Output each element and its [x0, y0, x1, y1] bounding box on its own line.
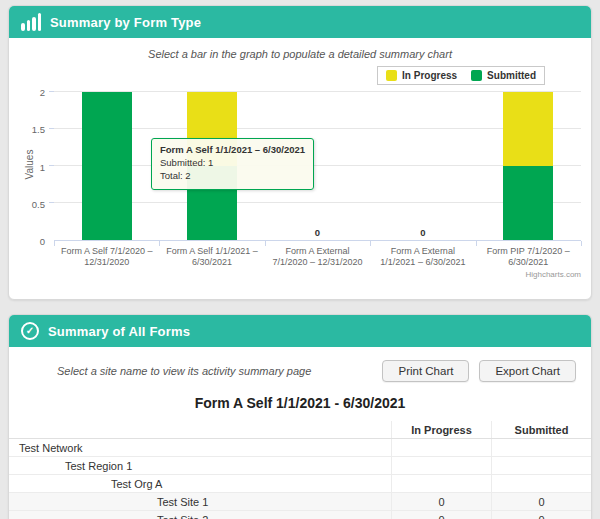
- table-row: Test Site 200: [9, 511, 591, 519]
- tooltip-line-total: Total: 2: [160, 170, 305, 183]
- x-axis-labels: Form A Self 7/1/2020 – 12/31/2020Form A …: [54, 246, 581, 276]
- x-axis-label: Form A Self 1/1/2021 – 6/30/2021: [159, 246, 264, 269]
- zero-data-label: 0: [265, 227, 370, 238]
- x-axis-tick: [581, 241, 582, 246]
- submitted-value: [491, 475, 591, 492]
- plot-area: 00: [54, 92, 581, 241]
- panel2-header: ✓ Summary of All Forms: [9, 315, 591, 347]
- y-tick-label: 1: [40, 161, 45, 172]
- panel1-header: Summary by Form Type: [9, 6, 591, 38]
- in-progress-column-header: In Progress: [391, 421, 491, 438]
- table-row: Test Region 1: [9, 457, 591, 475]
- bar-segment-submitted[interactable]: [82, 92, 132, 240]
- row-name-test-site-1[interactable]: Test Site 1: [9, 496, 391, 508]
- legend-swatch: [386, 70, 397, 81]
- in-progress-value: [391, 439, 491, 456]
- stacked-bar-chart: In ProgressSubmitted Values 00.511.52 00…: [17, 64, 583, 299]
- y-tick-label: 1.5: [32, 124, 45, 135]
- submitted-value: 0: [491, 493, 591, 510]
- submitted-column-header: Submitted: [491, 421, 591, 438]
- row-name-test-site-2[interactable]: Test Site 2: [9, 514, 391, 519]
- submitted-value: [491, 439, 591, 456]
- y-axis-ticks: 00.511.52: [17, 92, 49, 241]
- x-axis-label: Form PIP 7/1/2020 – 6/30/2021: [476, 246, 581, 269]
- legend-item-in-progress[interactable]: In Progress: [386, 70, 457, 81]
- chart-tooltip: Form A Self 1/1/2021 – 6/30/2021 Submitt…: [151, 138, 314, 190]
- highcharts-credits[interactable]: Highcharts.com: [525, 270, 581, 279]
- in-progress-value: [391, 475, 491, 492]
- summary-of-all-forms-panel: ✓ Summary of All Forms Select a site nam…: [8, 314, 592, 519]
- summary-table-body: Test NetworkTest Region 1Test Org ATest …: [9, 439, 591, 519]
- table-row: Test Network: [9, 439, 591, 457]
- in-progress-value: 0: [391, 493, 491, 510]
- x-axis-label: Form A External 1/1/2021 – 6/30/2021: [370, 246, 475, 269]
- in-progress-value: [391, 457, 491, 474]
- x-axis-label: Form A External 7/1/2020 – 12/31/2020: [265, 246, 370, 269]
- panel1-title: Summary by Form Type: [50, 15, 201, 30]
- in-progress-value: 0: [391, 511, 491, 519]
- check-circle-icon: ✓: [21, 322, 39, 340]
- legend-label: In Progress: [402, 70, 457, 81]
- row-name-test-org-a: Test Org A: [9, 478, 391, 490]
- submitted-value: [491, 457, 591, 474]
- category-slot: [476, 92, 581, 240]
- table-row: Test Org A: [9, 475, 591, 493]
- y-tick-label: 0: [40, 236, 45, 247]
- table-subtitle: Select a site name to view its activity …: [57, 365, 311, 377]
- bar-segment-in-progress[interactable]: [503, 92, 553, 166]
- legend-label: Submitted: [487, 70, 536, 81]
- row-name-test-region-1: Test Region 1: [9, 460, 391, 472]
- bar-chart-icon: [21, 13, 41, 31]
- legend-swatch: [471, 70, 482, 81]
- summary-table: In Progress Submitted Test NetworkTest R…: [9, 421, 591, 519]
- submitted-value: 0: [491, 511, 591, 519]
- chart-subtitle: Select a bar in the graph to populate a …: [9, 48, 591, 60]
- y-tick-label: 2: [40, 87, 45, 98]
- x-axis-label: Form A Self 7/1/2020 – 12/31/2020: [54, 246, 159, 269]
- table-row: Test Site 100: [9, 493, 591, 511]
- zero-data-label: 0: [370, 227, 475, 238]
- category-slot: 0: [370, 92, 475, 240]
- category-slot: [54, 92, 159, 240]
- tooltip-title: Form A Self 1/1/2021 – 6/30/2021: [160, 144, 305, 155]
- row-name-test-network: Test Network: [9, 442, 391, 454]
- bar-segment-submitted[interactable]: [503, 166, 553, 240]
- y-tick-label: 0.5: [32, 198, 45, 209]
- table-header-row: In Progress Submitted: [9, 421, 591, 439]
- legend-item-submitted[interactable]: Submitted: [471, 70, 536, 81]
- table-title: Form A Self 1/1/2021 - 6/30/2021: [9, 395, 591, 411]
- panel2-title: Summary of All Forms: [48, 324, 190, 339]
- chart-legend: In ProgressSubmitted: [377, 66, 545, 85]
- export-chart-button[interactable]: Export Chart: [479, 360, 576, 382]
- tooltip-line-submitted: Submitted: 1: [160, 157, 305, 170]
- summary-by-form-type-panel: Summary by Form Type Select a bar in the…: [8, 5, 592, 300]
- print-chart-button[interactable]: Print Chart: [382, 360, 469, 382]
